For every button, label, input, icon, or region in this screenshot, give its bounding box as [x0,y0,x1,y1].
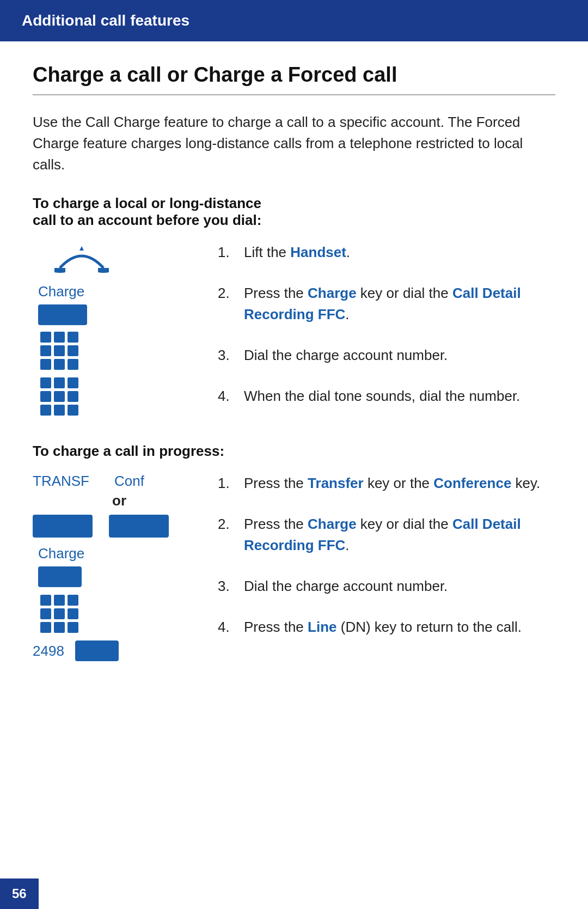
conf-button [109,515,169,538]
charge-label-1: Charge [38,283,84,300]
section2-steps: 1. Press the Transfer key or the Confere… [218,473,555,638]
section1-left: Charge [33,242,196,426]
section1-right: 1. Lift the Handset. 2. Press the Charge… [218,242,555,426]
header-label: Additional call features [22,12,189,29]
dn-row: 2498 [33,640,119,661]
step-2-3: 3. Dial the charge account number. [218,576,555,597]
keypad-icon-1 [40,332,78,370]
charge-button-1 [38,304,87,325]
or-label: or [112,492,126,509]
charge-label-2: Charge [38,545,84,562]
step-1-3: 3. Dial the charge account number. [218,345,555,366]
transf-label: TRANSF [33,473,93,490]
step-1-4: 4. When the dial tone sounds, dial the n… [218,386,555,407]
cdr-ffc-highlight-1: Call Detail Recording FFC [244,285,521,322]
charge-highlight-1: Charge [308,285,357,301]
step-1-1: 1. Lift the Handset. [218,242,555,263]
section2-right: 1. Press the Transfer key or the Confere… [218,473,555,666]
handset-highlight: Handset [290,244,346,260]
main-content: Charge a call or Charge a Forced call Us… [0,41,588,725]
transfer-highlight: Transfer [308,475,364,491]
step-2-2: 2. Press the Charge key or dial the Call… [218,514,555,556]
dn-button [75,640,119,661]
keypad-icon-3 [40,595,78,633]
section2-left: TRANSF Conf or Charge [33,473,196,666]
phone-icon [49,242,114,274]
section2-heading: To charge a call in progress: [33,443,555,460]
page-title: Charge a call or Charge a Forced call [33,63,555,95]
conf-label: Conf [114,473,144,490]
header-bar: Additional call features [0,0,588,41]
keypad-icon-2 [40,377,78,416]
section1-layout: Charge 1. Lift the Handset. [33,242,555,426]
dn-label: 2498 [33,643,64,660]
transf-conf-buttons [33,515,169,538]
page-number: 56 [0,879,39,909]
cdr-ffc-highlight-2: Call Detail Recording FFC [244,516,521,553]
transf-button [33,515,93,538]
step-2-1: 1. Press the Transfer key or the Confere… [218,473,555,494]
step-2-4: 4. Press the Line (DN) key to return to … [218,617,555,638]
intro-text: Use the Call Charge feature to charge a … [33,112,555,175]
svg-marker-0 [79,246,84,251]
charge-highlight-2: Charge [308,516,357,532]
section1-steps: 1. Lift the Handset. 2. Press the Charge… [218,242,555,407]
section1-heading: To charge a local or long-distance call … [33,195,555,229]
section2-layout: TRANSF Conf or Charge [33,473,555,666]
step-1-2: 2. Press the Charge key or dial the Call… [218,283,555,325]
conference-highlight: Conference [433,475,511,491]
charge-button-2 [38,566,82,587]
transf-conf-row: TRANSF Conf [33,473,144,490]
line-highlight: Line [308,619,336,635]
